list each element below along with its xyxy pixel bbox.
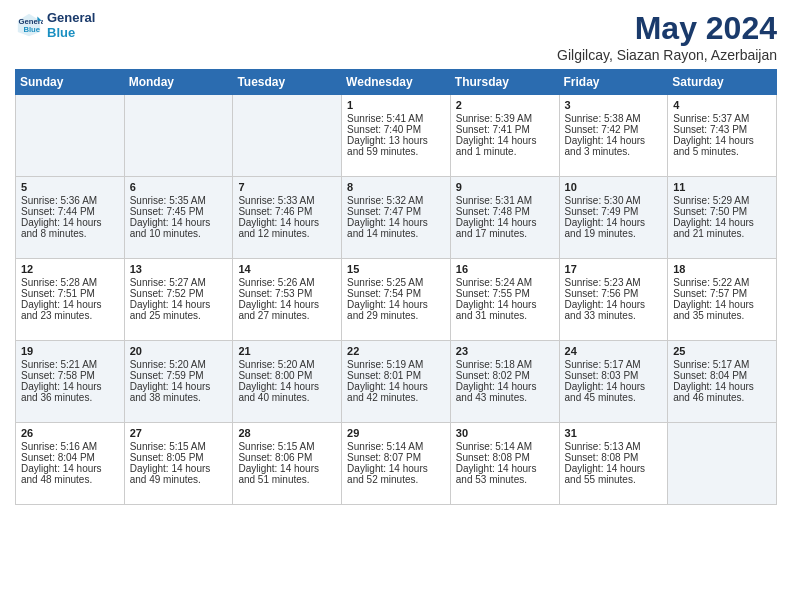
sunset-text: Sunset: 8:08 PM (456, 452, 554, 463)
sunrise-text: Sunrise: 5:17 AM (673, 359, 771, 370)
daylight-text: Daylight: 14 hours and 40 minutes. (238, 381, 336, 403)
daylight-text: Daylight: 14 hours and 55 minutes. (565, 463, 663, 485)
sunrise-text: Sunrise: 5:22 AM (673, 277, 771, 288)
sunrise-text: Sunrise: 5:26 AM (238, 277, 336, 288)
col-header-tuesday: Tuesday (233, 70, 342, 95)
sunrise-text: Sunrise: 5:33 AM (238, 195, 336, 206)
day-number: 10 (565, 181, 663, 193)
daylight-text: Daylight: 14 hours and 52 minutes. (347, 463, 445, 485)
day-number: 19 (21, 345, 119, 357)
sunset-text: Sunset: 8:02 PM (456, 370, 554, 381)
sunset-text: Sunset: 7:45 PM (130, 206, 228, 217)
daylight-text: Daylight: 14 hours and 46 minutes. (673, 381, 771, 403)
sunrise-text: Sunrise: 5:25 AM (347, 277, 445, 288)
day-number: 18 (673, 263, 771, 275)
daylight-text: Daylight: 14 hours and 42 minutes. (347, 381, 445, 403)
day-number: 9 (456, 181, 554, 193)
sunset-text: Sunset: 7:42 PM (565, 124, 663, 135)
day-number: 11 (673, 181, 771, 193)
day-number: 24 (565, 345, 663, 357)
sunset-text: Sunset: 8:08 PM (565, 452, 663, 463)
sunrise-text: Sunrise: 5:38 AM (565, 113, 663, 124)
calendar-cell: 18Sunrise: 5:22 AMSunset: 7:57 PMDayligh… (668, 259, 777, 341)
calendar-cell: 8Sunrise: 5:32 AMSunset: 7:47 PMDaylight… (342, 177, 451, 259)
sunrise-text: Sunrise: 5:20 AM (130, 359, 228, 370)
calendar-table: SundayMondayTuesdayWednesdayThursdayFrid… (15, 69, 777, 505)
location-title: Gilgilcay, Siazan Rayon, Azerbaijan (557, 47, 777, 63)
col-header-saturday: Saturday (668, 70, 777, 95)
day-number: 29 (347, 427, 445, 439)
sunset-text: Sunset: 7:51 PM (21, 288, 119, 299)
svg-text:General: General (19, 17, 44, 26)
calendar-cell: 30Sunrise: 5:14 AMSunset: 8:08 PMDayligh… (450, 423, 559, 505)
col-header-monday: Monday (124, 70, 233, 95)
day-number: 27 (130, 427, 228, 439)
daylight-text: Daylight: 14 hours and 48 minutes. (21, 463, 119, 485)
daylight-text: Daylight: 14 hours and 8 minutes. (21, 217, 119, 239)
day-number: 7 (238, 181, 336, 193)
sunrise-text: Sunrise: 5:23 AM (565, 277, 663, 288)
sunrise-text: Sunrise: 5:14 AM (456, 441, 554, 452)
sunrise-text: Sunrise: 5:16 AM (21, 441, 119, 452)
sunrise-text: Sunrise: 5:18 AM (456, 359, 554, 370)
col-header-wednesday: Wednesday (342, 70, 451, 95)
sunset-text: Sunset: 7:43 PM (673, 124, 771, 135)
calendar-cell: 9Sunrise: 5:31 AMSunset: 7:48 PMDaylight… (450, 177, 559, 259)
calendar-cell: 21Sunrise: 5:20 AMSunset: 8:00 PMDayligh… (233, 341, 342, 423)
daylight-text: Daylight: 13 hours and 59 minutes. (347, 135, 445, 157)
daylight-text: Daylight: 14 hours and 36 minutes. (21, 381, 119, 403)
day-number: 31 (565, 427, 663, 439)
week-row: 5Sunrise: 5:36 AMSunset: 7:44 PMDaylight… (16, 177, 777, 259)
calendar-cell: 3Sunrise: 5:38 AMSunset: 7:42 PMDaylight… (559, 95, 668, 177)
daylight-text: Daylight: 14 hours and 51 minutes. (238, 463, 336, 485)
sunrise-text: Sunrise: 5:14 AM (347, 441, 445, 452)
calendar-cell: 12Sunrise: 5:28 AMSunset: 7:51 PMDayligh… (16, 259, 125, 341)
day-number: 17 (565, 263, 663, 275)
day-number: 25 (673, 345, 771, 357)
day-number: 16 (456, 263, 554, 275)
logo: General Blue General Blue (15, 10, 95, 40)
calendar-cell: 4Sunrise: 5:37 AMSunset: 7:43 PMDaylight… (668, 95, 777, 177)
daylight-text: Daylight: 14 hours and 5 minutes. (673, 135, 771, 157)
day-number: 14 (238, 263, 336, 275)
calendar-cell: 1Sunrise: 5:41 AMSunset: 7:40 PMDaylight… (342, 95, 451, 177)
sunrise-text: Sunrise: 5:20 AM (238, 359, 336, 370)
calendar-cell: 2Sunrise: 5:39 AMSunset: 7:41 PMDaylight… (450, 95, 559, 177)
calendar-cell: 25Sunrise: 5:17 AMSunset: 8:04 PMDayligh… (668, 341, 777, 423)
daylight-text: Daylight: 14 hours and 19 minutes. (565, 217, 663, 239)
daylight-text: Daylight: 14 hours and 12 minutes. (238, 217, 336, 239)
daylight-text: Daylight: 14 hours and 1 minute. (456, 135, 554, 157)
logo-line1: General (47, 10, 95, 25)
header-row: SundayMondayTuesdayWednesdayThursdayFrid… (16, 70, 777, 95)
week-row: 19Sunrise: 5:21 AMSunset: 7:58 PMDayligh… (16, 341, 777, 423)
calendar-cell (233, 95, 342, 177)
sunset-text: Sunset: 7:41 PM (456, 124, 554, 135)
sunrise-text: Sunrise: 5:29 AM (673, 195, 771, 206)
calendar-cell: 5Sunrise: 5:36 AMSunset: 7:44 PMDaylight… (16, 177, 125, 259)
calendar-cell (124, 95, 233, 177)
sunset-text: Sunset: 7:56 PM (565, 288, 663, 299)
daylight-text: Daylight: 14 hours and 33 minutes. (565, 299, 663, 321)
week-row: 26Sunrise: 5:16 AMSunset: 8:04 PMDayligh… (16, 423, 777, 505)
daylight-text: Daylight: 14 hours and 14 minutes. (347, 217, 445, 239)
sunset-text: Sunset: 8:04 PM (673, 370, 771, 381)
sunrise-text: Sunrise: 5:27 AM (130, 277, 228, 288)
week-row: 12Sunrise: 5:28 AMSunset: 7:51 PMDayligh… (16, 259, 777, 341)
day-number: 20 (130, 345, 228, 357)
sunrise-text: Sunrise: 5:17 AM (565, 359, 663, 370)
page-header: General Blue General Blue May 2024 Gilgi… (15, 10, 777, 63)
daylight-text: Daylight: 14 hours and 23 minutes. (21, 299, 119, 321)
sunrise-text: Sunrise: 5:28 AM (21, 277, 119, 288)
sunset-text: Sunset: 8:07 PM (347, 452, 445, 463)
calendar-cell: 23Sunrise: 5:18 AMSunset: 8:02 PMDayligh… (450, 341, 559, 423)
calendar-cell: 6Sunrise: 5:35 AMSunset: 7:45 PMDaylight… (124, 177, 233, 259)
week-row: 1Sunrise: 5:41 AMSunset: 7:40 PMDaylight… (16, 95, 777, 177)
sunset-text: Sunset: 8:01 PM (347, 370, 445, 381)
sunset-text: Sunset: 8:00 PM (238, 370, 336, 381)
calendar-cell: 17Sunrise: 5:23 AMSunset: 7:56 PMDayligh… (559, 259, 668, 341)
calendar-cell: 11Sunrise: 5:29 AMSunset: 7:50 PMDayligh… (668, 177, 777, 259)
sunset-text: Sunset: 7:57 PM (673, 288, 771, 299)
day-number: 12 (21, 263, 119, 275)
sunset-text: Sunset: 7:58 PM (21, 370, 119, 381)
daylight-text: Daylight: 14 hours and 10 minutes. (130, 217, 228, 239)
